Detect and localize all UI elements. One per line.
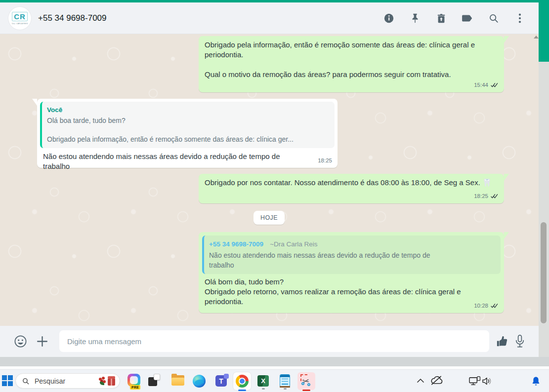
- taskbar-search[interactable]: Pesquisar: [15, 373, 120, 389]
- message-input[interactable]: [59, 330, 489, 352]
- trash-unarchive-icon[interactable]: [435, 12, 447, 24]
- excel-icon[interactable]: X: [257, 375, 269, 387]
- chat-header: CR Dra. CARLA REIS +55 34 9698-7009: [0, 2, 539, 34]
- quote-text: Olá boa tarde, tudo bem?: [47, 116, 330, 125]
- search-icon[interactable]: [488, 12, 500, 24]
- notepad-running-indicator: [284, 388, 287, 390]
- message-time: 18:25: [318, 156, 332, 165]
- header-actions: [383, 2, 526, 34]
- chat-scroll-up-arrow[interactable]: [534, 36, 539, 39]
- avatar-name-text: Dra. CARLA REIS: [12, 22, 28, 25]
- bubble-tail: [32, 99, 37, 106]
- quote-author-note: ~Dra Carla Reis: [270, 240, 317, 248]
- message-time: 10:28: [474, 301, 488, 311]
- chrome-active-indicator: [238, 390, 246, 391]
- notepad-icon[interactable]: [280, 374, 290, 387]
- message-text: Obrigado pelo retorno, vamos realizar a …: [205, 287, 498, 307]
- quoted-message[interactable]: +55 34 9698-7009 ~Dra Carla Reis Não est…: [202, 235, 501, 274]
- speaker-icon[interactable]: [482, 377, 493, 386]
- quoted-message[interactable]: Você Olá boa tarde, tudo bem? Obrigado p…: [40, 102, 335, 148]
- message-text: Obrigado por nos contatar. Nosso atendim…: [205, 178, 498, 188]
- quote-author: +55 34 9698-7009: [209, 240, 263, 248]
- double-check-icon: [490, 194, 499, 199]
- message-bubble-outgoing: +55 34 9698-7009 ~Dra Carla Reis Não est…: [199, 232, 504, 313]
- message-text: Olá bom dia, tudo bem?: [205, 277, 498, 287]
- label-icon[interactable]: [462, 12, 473, 24]
- date-divider: HOJE: [253, 211, 285, 225]
- onedrive-paused-icon[interactable]: [430, 375, 443, 386]
- bubble-tail: [504, 174, 509, 181]
- quote-text: Obrigado pela informação, então é remoçã…: [47, 134, 330, 144]
- kebab-menu-icon[interactable]: [514, 12, 526, 24]
- double-check-icon: [490, 82, 499, 88]
- copilot-pre-badge: PRE: [130, 385, 140, 390]
- flowers-icon: [98, 377, 106, 386]
- message-bubble-outgoing: Obrigado pela informação, então é remoçã…: [199, 36, 504, 92]
- pin-icon[interactable]: [409, 12, 421, 24]
- chevron-up-icon[interactable]: [417, 378, 424, 383]
- notepad-icon-base: [280, 386, 290, 388]
- window-bottom-edge: [0, 357, 549, 366]
- info-icon[interactable]: [383, 12, 395, 24]
- contact-avatar[interactable]: CR Dra. CARLA REIS: [8, 7, 31, 30]
- page-right-band: [539, 0, 549, 62]
- message-time: 18:25: [474, 191, 488, 201]
- message-bubble-incoming: Você Olá boa tarde, tudo bem? Obrigado p…: [37, 99, 338, 168]
- whatsapp-window: CR Dra. CARLA REIS +55 34 9698-7009: [0, 0, 549, 392]
- teams-icon-accent: [224, 374, 229, 379]
- message-text: Qual o motivo da remoção das áreas? para…: [205, 70, 498, 79]
- quote-text: Não estou atendendo mais nessas áreas de…: [209, 250, 451, 270]
- microphone-icon[interactable]: [514, 334, 526, 349]
- snipping-tool-active-indicator: [302, 390, 310, 391]
- search-icon: [22, 377, 30, 385]
- start-button[interactable]: [2, 375, 13, 386]
- file-explorer-icon-front[interactable]: [171, 378, 184, 386]
- message-text: Não estou atendendo mais nessas áreas de…: [43, 152, 298, 171]
- avatar-monogram: CR: [12, 12, 28, 21]
- search-seasonal-art: [98, 377, 115, 386]
- double-check-icon: [490, 303, 499, 309]
- excel-running-indicator: [262, 388, 265, 390]
- bubble-tail: [504, 36, 509, 43]
- contact-title[interactable]: +55 34 9698-7009: [38, 13, 107, 23]
- thumbs-up-icon[interactable]: [495, 335, 508, 348]
- bubble-tail: [504, 232, 509, 239]
- emoji-icon[interactable]: [14, 335, 27, 348]
- message-time: 15:44: [474, 80, 488, 90]
- notification-bell-icon[interactable]: [531, 376, 541, 386]
- plus-attach-icon[interactable]: [36, 335, 48, 348]
- chrome-icon[interactable]: [236, 375, 249, 388]
- message-bubble-outgoing: Obrigado por nos contatar. Nosso atendim…: [199, 174, 504, 203]
- app-icon-light-square[interactable]: [154, 374, 160, 380]
- quote-author: Você: [47, 105, 330, 115]
- network-icon[interactable]: [468, 376, 481, 387]
- gift-icon: [108, 378, 115, 386]
- snipping-tool-icon[interactable]: ✂: [300, 374, 312, 387]
- window-scrollbar-thumb[interactable]: [541, 222, 547, 323]
- search-label: Pesquisar: [35, 377, 65, 385]
- message-text: Obrigado pela informação, então é remoçã…: [205, 40, 498, 60]
- edge-browser-icon[interactable]: [193, 375, 206, 388]
